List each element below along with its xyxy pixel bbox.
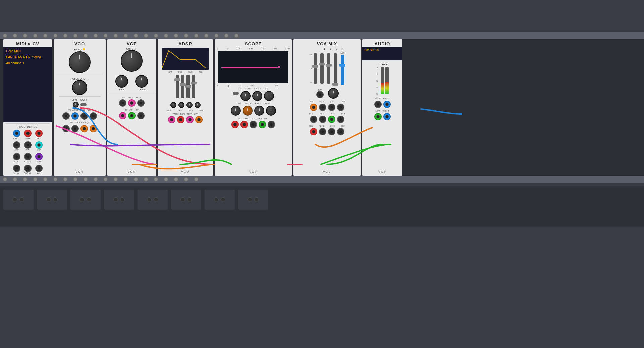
mix-fader3-track[interactable] <box>327 53 330 84</box>
vco-freq-knob[interactable] <box>69 51 91 73</box>
adsr-gate-jack[interactable] <box>177 116 184 123</box>
vcf-res-jack[interactable] <box>128 99 136 107</box>
voct-label2: V/OCT <box>72 109 78 111</box>
vcamix-ch3-jack[interactable] <box>328 128 335 135</box>
vcf-lpf-jack[interactable] <box>128 112 136 119</box>
adsr-rel-knob[interactable] <box>195 102 201 108</box>
vcamix-cv4-jack[interactable] <box>337 104 344 111</box>
midi-pw-jack[interactable] <box>24 141 32 149</box>
bottom-jack-7 <box>113 197 118 202</box>
midi-brand: VCV <box>3 170 52 173</box>
vcamix-in1-jack[interactable] <box>310 116 317 123</box>
midi-aft-jack[interactable] <box>13 141 20 149</box>
clkn-port-group: CLK/N <box>24 153 32 163</box>
sus-fader-track[interactable] <box>186 75 190 98</box>
right-label: RIGHT <box>383 98 390 100</box>
vco-pw-knob[interactable] <box>72 80 87 95</box>
midi-retr-jack[interactable] <box>35 153 43 160</box>
midi-gate-jack[interactable] <box>24 130 32 137</box>
vco-lfm-knob[interactable] <box>73 102 79 108</box>
audio-left-jack[interactable] <box>374 113 382 120</box>
midi-clkn-jack[interactable] <box>24 153 32 160</box>
midi-menu-item-channels[interactable]: All channels <box>6 61 49 66</box>
bottom-cell-7 <box>205 190 235 210</box>
scope-gain1-knob[interactable] <box>240 91 251 101</box>
vcamix-ch2-jack[interactable] <box>319 128 326 135</box>
vcf-in-jack[interactable] <box>119 112 126 119</box>
mix-fader1-track[interactable] <box>314 53 317 84</box>
vco-saw-jack[interactable] <box>80 125 88 132</box>
vco-fm-jack[interactable] <box>62 112 70 120</box>
scope-in1-jack[interactable] <box>231 121 239 128</box>
vcamix-cv2-jack[interactable] <box>319 104 326 111</box>
bottom-jack-8 <box>120 197 125 202</box>
in4-port-label: IN 4 <box>338 113 348 115</box>
scope-ofst1-knob[interactable] <box>243 106 253 116</box>
vcf-hpf-jack[interactable] <box>137 112 145 119</box>
vco-sin-jack[interactable] <box>62 125 70 132</box>
vcamix-mix-knob[interactable] <box>328 88 339 99</box>
scope-trig-jack[interactable] <box>268 121 275 128</box>
scope-ofst2-knob[interactable] <box>254 106 264 116</box>
mw-port-group: MW <box>35 141 43 151</box>
vcf-drive-jack[interactable] <box>137 99 145 107</box>
audio-right-jack[interactable] <box>383 101 391 108</box>
adsr-push-jack[interactable] <box>168 116 175 123</box>
vcamix-ch1-jack[interactable] <box>310 128 317 135</box>
from-device-label: FROM DEVICE <box>18 126 38 128</box>
vcamix-title: VCA MIX <box>293 39 361 47</box>
vcamix-in2-jack[interactable] <box>319 116 326 123</box>
att-fader-track[interactable] <box>176 75 179 98</box>
mix-fader4-track[interactable] <box>334 53 337 84</box>
vcamix-in4-jack[interactable] <box>337 116 344 123</box>
mix-fader4-label: 4 <box>342 47 343 50</box>
vco-tri-jack[interactable] <box>71 125 79 132</box>
vcamix-in3-jack[interactable] <box>328 116 335 123</box>
midi-vel-jack[interactable] <box>35 130 43 137</box>
vcf-cutoff-knob[interactable] <box>121 50 143 72</box>
out2-label: OUT 2 <box>256 118 262 120</box>
bottom-jack-2 <box>19 197 24 202</box>
scope-out1-jack[interactable] <box>240 121 248 128</box>
vcamix-cv-jack[interactable] <box>316 91 324 98</box>
scope-1x2-toggle[interactable] <box>233 92 239 95</box>
adsr-env-jack[interactable] <box>195 116 203 123</box>
vco-voct-jack[interactable] <box>71 112 79 120</box>
scope-gain2-knob[interactable] <box>252 91 262 101</box>
adsr-sus-knob[interactable] <box>186 102 193 108</box>
adsr-retr-jack[interactable] <box>186 116 194 123</box>
midi-voct-jack[interactable] <box>13 130 20 137</box>
scope-out2-jack[interactable] <box>259 121 266 128</box>
scope-thres-knob[interactable] <box>266 106 276 116</box>
midi-clk-jack[interactable] <box>13 153 20 160</box>
dec-fader-track[interactable] <box>181 75 184 98</box>
rel-fader-track[interactable] <box>192 75 195 98</box>
bottom-jack-13 <box>214 197 219 202</box>
midi-mw-jack[interactable] <box>35 141 43 149</box>
vco-sync-jack[interactable] <box>80 112 88 120</box>
rail-screw <box>93 33 98 38</box>
midi-menu-item-panorama[interactable]: PANORAMA T6 Interna <box>6 55 49 60</box>
vcamix-cv1-jack[interactable] <box>310 104 317 111</box>
mix-master-fader[interactable] <box>341 55 344 85</box>
vcamix-cv3-jack[interactable] <box>328 104 335 111</box>
ch1-label: CH 1 <box>306 125 316 127</box>
adsr-dec-knob[interactable] <box>178 102 184 108</box>
audio-device-name[interactable]: Scarlett 18 <box>364 48 400 52</box>
scope-time-knob[interactable] <box>231 106 241 116</box>
rail-screw-b11 <box>103 177 108 182</box>
scope-in2-jack[interactable] <box>250 121 257 128</box>
vcf-drive-knob[interactable] <box>135 75 148 88</box>
vco-soft-toggle[interactable] <box>80 103 87 106</box>
vco-sqr-jack[interactable] <box>90 125 97 132</box>
vcamix-ch4-jack[interactable] <box>337 128 344 135</box>
audio-right2-jack[interactable] <box>383 113 391 120</box>
vcf-res-knob[interactable] <box>115 75 128 88</box>
adsr-att-knob[interactable] <box>170 102 176 108</box>
vcf-cut-jack[interactable] <box>119 99 126 107</box>
audio-mon-jack[interactable] <box>374 101 382 108</box>
midi-menu-item-core[interactable]: Core MIDI <box>6 49 49 54</box>
scope-trig-knob[interactable] <box>264 91 274 101</box>
vco-pwm-jack[interactable] <box>90 112 97 120</box>
mix-fader2-track[interactable] <box>320 53 324 84</box>
